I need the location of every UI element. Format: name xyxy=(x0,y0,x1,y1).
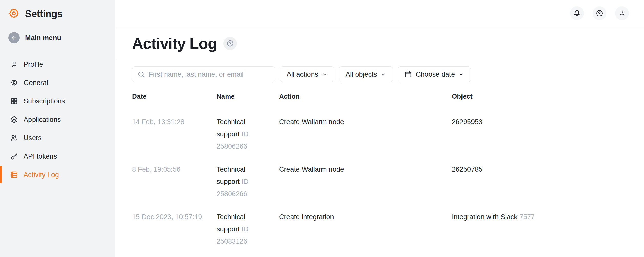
chevron-down-icon xyxy=(458,72,464,77)
sidebar-nav: Profile General xyxy=(0,55,115,184)
cell-action: Create Wallarm node xyxy=(279,163,452,200)
calendar-icon xyxy=(404,71,412,78)
question-circle-icon xyxy=(226,40,234,47)
account-button[interactable] xyxy=(615,6,629,20)
main-menu-back[interactable]: Main menu xyxy=(8,32,61,43)
table-row: 14 Feb, 13:31:28 Technical support ID 25… xyxy=(132,116,629,153)
table-row: 15 Dec 2023, 10:57:19 Technical support … xyxy=(132,211,629,248)
cell-name: Technical support ID 25806266 xyxy=(217,163,270,200)
sidebar-item-api-tokens[interactable]: API tokens xyxy=(0,147,115,166)
sidebar-item-label: General xyxy=(24,79,48,87)
main-menu-label: Main menu xyxy=(25,34,61,42)
all-objects-label: All objects xyxy=(346,71,377,78)
cell-object: 26250785 xyxy=(452,163,629,200)
cell-date: 14 Feb, 13:31:28 xyxy=(132,116,217,153)
help-button[interactable] xyxy=(593,6,606,20)
chevron-down-icon xyxy=(381,72,386,77)
users-icon xyxy=(10,134,18,142)
key-icon xyxy=(10,153,18,160)
table-header: Date Name Action Object xyxy=(132,92,629,100)
sidebar-item-label: Subscriptions xyxy=(24,97,65,105)
cell-date: 15 Dec 2023, 10:57:19 xyxy=(132,211,217,248)
search-input[interactable] xyxy=(149,71,270,78)
cell-object: Integration with Slack 7577 xyxy=(452,211,629,248)
all-actions-dropdown[interactable]: All actions xyxy=(280,66,334,82)
chevron-down-icon xyxy=(322,72,327,77)
user-icon xyxy=(10,61,18,68)
column-header-action: Action xyxy=(279,92,452,100)
rows-icon xyxy=(10,171,18,179)
arrow-left-icon[interactable] xyxy=(8,32,20,43)
bell-icon xyxy=(573,10,581,17)
help-icon xyxy=(596,10,603,17)
app-title: Settings xyxy=(25,8,62,19)
cell-name: Technical support ID 25806266 xyxy=(217,116,270,153)
sidebar-item-general[interactable]: General xyxy=(0,74,115,92)
cell-action: Create integration xyxy=(279,211,452,248)
sidebar-item-activity-log[interactable]: Activity Log xyxy=(0,166,115,184)
cell-date: 8 Feb, 19:05:56 xyxy=(132,163,217,200)
topbar xyxy=(115,0,644,27)
activity-table: Date Name Action Object 14 Feb, 13:31:28… xyxy=(132,92,629,248)
notifications-button[interactable] xyxy=(570,6,584,20)
search-box[interactable] xyxy=(132,66,275,82)
grid-icon xyxy=(10,97,18,105)
settings-activity-log-screen: Settings Main menu Profile xyxy=(0,0,644,257)
sidebar-item-label: Users xyxy=(24,134,42,142)
cell-action: Create Wallarm node xyxy=(279,116,452,153)
sidebar-item-users[interactable]: Users xyxy=(0,129,115,147)
choose-date-label: Choose date xyxy=(416,71,455,78)
column-header-name: Name xyxy=(217,92,279,100)
page-title: Activity Log xyxy=(132,35,217,52)
column-header-date: Date xyxy=(132,92,217,100)
user-icon xyxy=(618,10,626,17)
sidebar-item-subscriptions[interactable]: Subscriptions xyxy=(0,92,115,110)
search-icon xyxy=(137,71,145,78)
sidebar-item-label: Profile xyxy=(24,61,43,68)
sidebar-item-label: API tokens xyxy=(24,153,57,160)
all-actions-label: All actions xyxy=(287,71,318,78)
settings-gear-logo-icon xyxy=(8,8,19,19)
choose-date-dropdown[interactable]: Choose date xyxy=(398,66,471,82)
gear-icon xyxy=(10,79,18,87)
all-objects-dropdown[interactable]: All objects xyxy=(339,66,393,82)
layers-icon xyxy=(10,116,18,123)
column-header-object: Object xyxy=(452,92,629,100)
sidebar-item-applications[interactable]: Applications xyxy=(0,110,115,129)
page-help-button[interactable] xyxy=(223,37,237,50)
sidebar-item-label: Activity Log xyxy=(24,171,59,179)
main-content: Activity Log All actions xyxy=(115,0,644,257)
settings-brand: Settings xyxy=(8,8,62,19)
table-row: 8 Feb, 19:05:56 Technical support ID 258… xyxy=(132,163,629,200)
sidebar-item-profile[interactable]: Profile xyxy=(0,55,115,74)
filter-row: All actions All objects Choose date xyxy=(132,66,644,82)
cell-object: 26295953 xyxy=(452,116,629,153)
cell-name: Technical support ID 25083126 xyxy=(217,211,270,248)
sidebar: Settings Main menu Profile xyxy=(0,0,115,257)
page-title-row: Activity Log xyxy=(115,27,644,60)
sidebar-item-label: Applications xyxy=(24,116,61,124)
